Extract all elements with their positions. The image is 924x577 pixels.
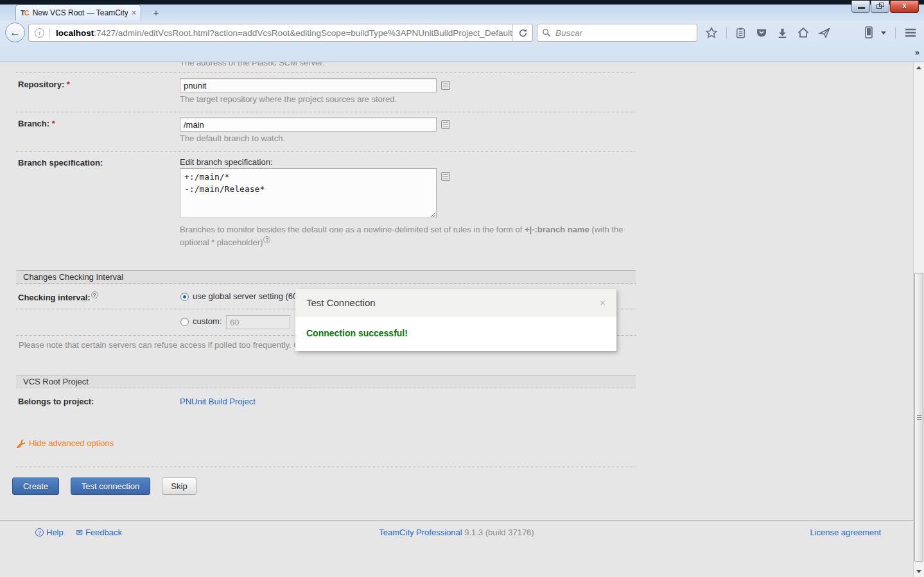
test-connection-dialog: Test Connection × Connection successful! <box>295 289 616 351</box>
scroll-down-icon <box>916 570 921 573</box>
polling-note: Please note that certain servers can ref… <box>19 340 313 350</box>
tab-title: New VCS Root — TeamCity <box>33 8 128 17</box>
dialog-body: Connection successful! <box>295 316 616 351</box>
pocket-icon[interactable] <box>755 26 768 39</box>
bookmarks-strip: » <box>0 45 924 62</box>
address-bar[interactable]: i localhost :7427/admin/editVcsRoot.html… <box>28 24 533 42</box>
scroll-up-button[interactable] <box>914 62 924 73</box>
branch-spec-label: Branch specification: <box>18 158 103 168</box>
home-icon[interactable] <box>797 26 810 39</box>
radio-use-global-setting[interactable] <box>180 293 189 301</box>
wrench-icon <box>15 438 25 448</box>
section-vcs-root-project: VCS Root Project <box>16 375 636 388</box>
version-info: TeamCity Professional 9.1.3 (build 37176… <box>0 528 913 537</box>
teamcity-product-link[interactable]: TeamCity Professional <box>379 528 462 537</box>
branch-spec-textarea[interactable] <box>180 168 437 218</box>
branch-spec-help: Branches to monitor besides the default … <box>180 223 634 249</box>
minimize-button[interactable] <box>851 1 870 13</box>
radio-custom-interval[interactable] <box>180 318 189 326</box>
checking-interval-label: Checking interval: <box>18 291 98 302</box>
test-connection-button[interactable]: Test connection <box>71 478 150 495</box>
toolbar-icons <box>705 24 839 42</box>
parameter-icon[interactable] <box>441 172 450 181</box>
close-button[interactable]: x <box>890 1 919 13</box>
overflow-chevron-icon[interactable]: » <box>915 47 920 57</box>
scrollbar-thumb[interactable] <box>914 273 923 562</box>
tab-close-icon[interactable]: × <box>132 8 136 17</box>
branch-input[interactable] <box>180 117 437 132</box>
license-agreement-link[interactable]: License agreement <box>810 528 881 537</box>
share-plane-icon[interactable] <box>818 26 831 39</box>
custom-interval-input[interactable] <box>226 315 290 329</box>
browser-tab[interactable]: TC New VCS Root — TeamCity × <box>15 4 141 21</box>
navigation-toolbar: ← i localhost :7427/admin/editVcsRoot.ht… <box>0 21 924 45</box>
parameter-icon[interactable] <box>441 120 450 129</box>
branch-label: Branch: * <box>18 119 55 128</box>
browser-chrome: TC New VCS Root — TeamCity × + x ← i loc… <box>0 0 924 62</box>
thumb-grip <box>917 415 921 420</box>
back-button[interactable]: ← <box>5 22 25 42</box>
help-icon[interactable] <box>263 236 270 243</box>
repository-input[interactable] <box>180 78 437 92</box>
downloads-icon[interactable] <box>776 27 789 39</box>
minimize-icon <box>858 7 865 9</box>
bookmarks-list-icon[interactable] <box>735 27 747 39</box>
reload-icon <box>518 28 528 38</box>
menu-hamburger-icon[interactable] <box>903 26 918 39</box>
scroll-up-icon <box>916 66 921 69</box>
dialog-header[interactable]: Test Connection × <box>295 289 616 316</box>
search-input[interactable] <box>555 26 697 39</box>
branch-help: The default branch to watch. <box>180 133 285 143</box>
new-tab-button[interactable]: + <box>148 6 164 20</box>
page-content: The address of the Plastic SCM server. R… <box>0 62 924 577</box>
teamcity-favicon: TC <box>21 9 29 17</box>
radio-use-global-label[interactable]: use global server setting (60 <box>193 291 297 301</box>
parameter-icon[interactable] <box>441 81 450 90</box>
connection-status-message: Connection successful! <box>306 328 408 338</box>
search-icon <box>542 28 551 37</box>
reload-button[interactable] <box>512 24 532 41</box>
dialog-title: Test Connection <box>306 297 600 308</box>
edit-branch-spec-label: Edit branch specification: <box>180 157 273 167</box>
device-icon[interactable] <box>863 26 875 40</box>
toolbar-icons-right <box>863 24 924 42</box>
section-changes-checking-interval: Changes Checking Interval <box>16 270 636 284</box>
bookmark-star-icon[interactable] <box>705 26 718 39</box>
close-icon: x <box>891 1 918 12</box>
create-button[interactable]: Create <box>12 478 59 495</box>
url-path: :7427/admin/editVcsRoot.html?action=addV… <box>94 28 512 38</box>
window-controls: x <box>851 1 919 13</box>
repository-help: The target repository where the project … <box>180 94 397 104</box>
belongs-to-project-label: Belongs to project: <box>18 397 94 406</box>
scroll-down-button[interactable] <box>914 566 924 577</box>
window-titlebar <box>0 0 924 4</box>
repository-label: Repository: * <box>18 80 70 89</box>
vertical-scrollbar[interactable] <box>913 62 924 577</box>
restore-button[interactable] <box>871 1 889 13</box>
page-info-icon[interactable]: i <box>35 28 44 38</box>
radio-custom-label[interactable]: custom: <box>193 316 222 326</box>
dialog-close-icon[interactable]: × <box>600 298 606 307</box>
hide-advanced-options-link[interactable]: Hide advanced options <box>15 438 114 448</box>
skip-button[interactable]: Skip <box>162 478 196 495</box>
project-link[interactable]: PNUnit Build Project <box>180 397 256 406</box>
tab-strip: TC New VCS Root — TeamCity × + <box>0 4 924 21</box>
page-footer: Help ✉Feedback TeamCity Professional 9.1… <box>0 520 913 577</box>
clipped-help-line: The address of the Plastic SCM server. <box>180 62 324 67</box>
url-host: localhost <box>56 28 94 38</box>
search-bar[interactable] <box>537 24 697 42</box>
help-icon[interactable] <box>91 291 98 298</box>
chevron-down-icon[interactable] <box>881 31 886 35</box>
